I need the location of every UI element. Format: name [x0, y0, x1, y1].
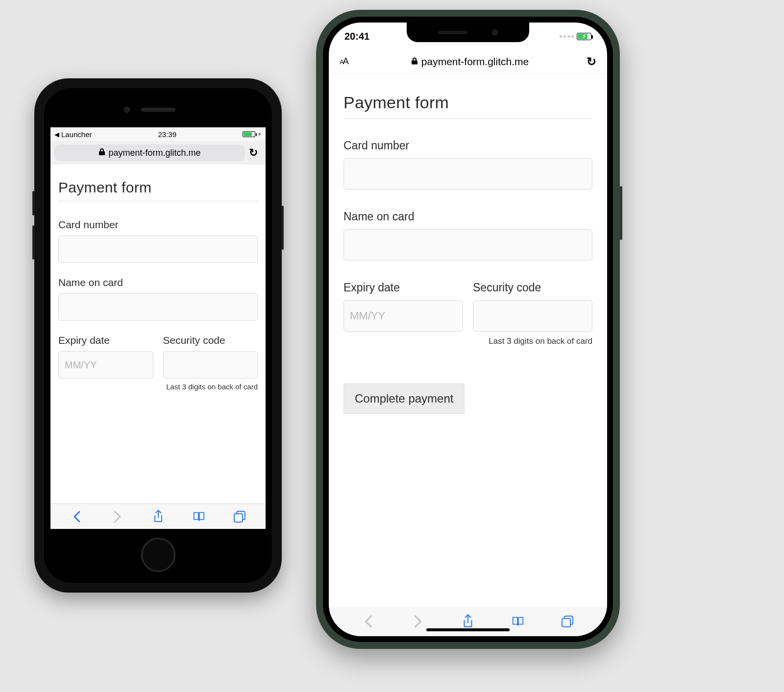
- home-button[interactable]: [141, 538, 175, 572]
- text-size-button[interactable]: AA: [340, 56, 359, 67]
- notch: [407, 23, 529, 42]
- card-number-input[interactable]: [58, 236, 258, 263]
- security-code-hint: Last 3 digits on back of card: [473, 336, 592, 346]
- address-host: payment-form.glitch.me: [108, 148, 200, 158]
- safari-address-bar: payment-form.glitch.me ↻: [50, 141, 266, 165]
- reload-button[interactable]: ↻: [581, 55, 596, 69]
- reload-button[interactable]: ↻: [245, 146, 262, 159]
- safari-address-bar: AA payment-form.glitch.me ↻: [329, 50, 607, 73]
- page-content: Payment form Card number Name on card Ex…: [50, 165, 266, 503]
- back-button[interactable]: [362, 615, 375, 628]
- forward-button[interactable]: [412, 615, 424, 628]
- tabs-button[interactable]: [233, 510, 246, 523]
- page-content: Payment form Card number Name on card Ex…: [329, 73, 607, 607]
- card-number-input[interactable]: [343, 158, 592, 190]
- front-camera-icon: [492, 29, 498, 35]
- safari-toolbar: [329, 607, 607, 636]
- name-on-card-label: Name on card: [343, 210, 592, 223]
- expiry-date-label: Expiry date: [343, 281, 463, 294]
- security-code-hint: Last 3 digits on back of card: [163, 382, 258, 391]
- svg-rect-3: [562, 619, 570, 627]
- iphone-11-device: 20:41 ⚡︎ AA payment-form.glitch.me ↻ Pay…: [316, 10, 620, 649]
- address-field[interactable]: payment-form.glitch.me: [359, 56, 581, 68]
- page-title: Payment form: [58, 179, 258, 201]
- bookmarks-button[interactable]: [193, 510, 205, 523]
- share-button[interactable]: [462, 615, 474, 628]
- back-to-app-chevron-icon: ◀: [54, 131, 59, 138]
- expiry-date-label: Expiry date: [58, 334, 153, 346]
- forward-button[interactable]: [111, 510, 124, 523]
- card-number-label: Card number: [58, 219, 258, 231]
- clock: 20:41: [344, 31, 369, 42]
- cellular-signal-icon: [560, 35, 574, 38]
- name-on-card-input[interactable]: [343, 229, 592, 261]
- address-host: payment-form.glitch.me: [421, 56, 529, 68]
- expiry-date-input[interactable]: [58, 351, 153, 379]
- bookmarks-button[interactable]: [512, 615, 524, 628]
- security-code-input[interactable]: [163, 351, 258, 379]
- security-code-label: Security code: [473, 281, 592, 294]
- back-to-app-label[interactable]: Launcher: [61, 130, 92, 139]
- name-on-card-input[interactable]: [58, 293, 258, 321]
- clock: 23:39: [158, 130, 177, 139]
- address-field[interactable]: payment-form.glitch.me: [54, 144, 245, 161]
- lock-icon: [98, 148, 105, 158]
- status-bar: ◀ Launcher 23:39 ⚡︎: [50, 127, 266, 141]
- charging-icon: ⚡︎: [582, 33, 586, 40]
- battery-icon: [243, 131, 255, 137]
- lock-icon: [411, 56, 418, 68]
- security-code-label: Security code: [163, 334, 258, 346]
- svg-rect-1: [234, 514, 243, 522]
- expiry-date-input[interactable]: [343, 300, 463, 332]
- home-indicator[interactable]: [426, 628, 510, 631]
- charging-icon: ⚡︎: [258, 131, 262, 138]
- battery-icon: ⚡︎: [577, 33, 591, 40]
- tabs-button[interactable]: [561, 615, 574, 628]
- safari-toolbar: [50, 503, 266, 529]
- iphone-8-device: ◀ Launcher 23:39 ⚡︎ payment-form.glitch.…: [34, 78, 282, 593]
- complete-payment-button[interactable]: Complete payment: [343, 383, 465, 414]
- earpiece-icon: [438, 31, 467, 34]
- name-on-card-label: Name on card: [58, 277, 258, 288]
- security-code-input[interactable]: [473, 300, 592, 332]
- card-number-label: Card number: [343, 139, 592, 152]
- share-button[interactable]: [152, 510, 165, 523]
- back-button[interactable]: [71, 510, 83, 523]
- page-title: Payment form: [343, 93, 592, 119]
